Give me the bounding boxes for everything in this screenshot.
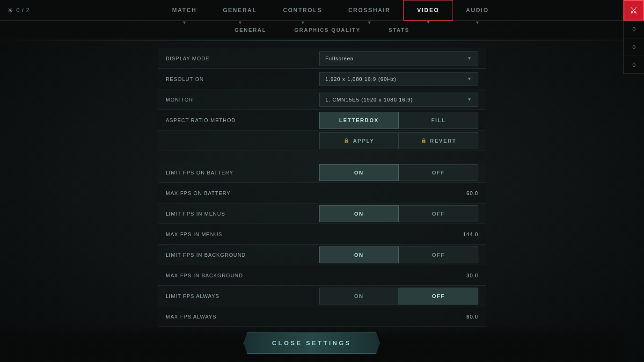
setting-row-max-fps-always: Max FPS Always 60.0: [158, 306, 486, 327]
apply-button[interactable]: 🔒 APPLY: [319, 132, 399, 149]
resolution-value: 1,920 x 1,080 16:9 (60Hz): [325, 76, 467, 82]
sub-tab-stats[interactable]: STATS: [388, 27, 409, 35]
dropdown-arrow-icon-2: ▼: [467, 76, 472, 81]
limit-fps-menus-toggle: On Off: [319, 205, 478, 222]
group-spacer-1: [158, 151, 486, 162]
limit-fps-battery-label: Limit FPS on Battery: [166, 170, 319, 175]
limit-fps-battery-on-btn[interactable]: On: [319, 164, 399, 181]
close-settings-button[interactable]: CLOSE SETTINGS: [243, 333, 380, 354]
dropdown-arrow-icon: ▼: [467, 56, 472, 61]
tab-controls[interactable]: CONTROLS: [270, 0, 335, 21]
resolution-label: Resolution: [166, 76, 319, 82]
tab-match[interactable]: MATCH: [159, 0, 210, 21]
settings-container: ✳ 0 / 2 MATCH GENERAL CONTROLS CROSSHAIR…: [0, 0, 644, 362]
apply-revert-group: 🔒 APPLY 🔒 REVERT: [319, 132, 478, 149]
sub-tab-general[interactable]: GENERAL: [234, 27, 266, 35]
score-item-3: 0: [624, 56, 644, 74]
score-item-2: 0: [624, 38, 644, 56]
display-mode-label: Display Mode: [166, 56, 319, 61]
display-mode-value: Fullscreen: [325, 56, 467, 61]
max-fps-background-value: 30.0: [467, 273, 478, 278]
limit-fps-menus-label: Limit FPS in Menus: [166, 211, 319, 217]
setting-row-aspect-ratio: Aspect Ratio Method Letterbox Fill: [158, 110, 486, 130]
limit-fps-battery-off-btn[interactable]: Off: [399, 164, 478, 181]
apply-revert-row: 🔒 APPLY 🔒 REVERT: [158, 130, 486, 151]
lock-icon-apply: 🔒: [344, 138, 350, 143]
setting-row-display-mode: Display Mode Fullscreen ▼: [158, 48, 486, 69]
aspect-ratio-fill-btn[interactable]: Fill: [399, 112, 478, 129]
sub-tabs: GENERAL GRAPHICS QUALITY STATS: [0, 21, 644, 38]
max-fps-menus-value: 144.0: [463, 232, 478, 237]
max-fps-always-value: 60.0: [467, 314, 478, 319]
sidebar-scores: 0 0 0: [623, 21, 644, 74]
setting-row-limit-fps-battery: Limit FPS on Battery On Off: [158, 162, 486, 183]
avatar-button[interactable]: ⚔: [623, 0, 644, 21]
score-item-1: 0: [624, 21, 644, 38]
resolution-dropdown[interactable]: 1,920 x 1,080 16:9 (60Hz) ▼: [319, 72, 478, 86]
tab-general[interactable]: GENERAL: [210, 0, 270, 21]
setting-row-max-fps-background: Max FPS in Background 30.0: [158, 265, 486, 286]
setting-row-limit-fps-background: Limit FPS in Background On Off: [158, 245, 486, 265]
close-settings-wrap: CLOSE SETTINGS: [0, 325, 623, 362]
monitor-label: Monitor: [166, 97, 319, 102]
limit-fps-background-on-btn[interactable]: On: [319, 246, 399, 263]
avatar-icon: ⚔: [629, 5, 638, 16]
setting-row-limit-fps-menus: Limit FPS in Menus On Off: [158, 203, 486, 224]
lock-icon-revert: 🔒: [421, 138, 427, 143]
nav-tabs: MATCH GENERAL CONTROLS CROSSHAIR VIDEO A…: [37, 0, 623, 21]
setting-row-max-fps-menus: Max FPS in Menus 144.0: [158, 224, 486, 245]
agent-score: ✳ 0 / 2: [0, 7, 37, 14]
limit-fps-always-off-btn[interactable]: Off: [399, 288, 478, 304]
limit-fps-menus-off-btn[interactable]: Off: [399, 205, 478, 222]
limit-fps-menus-on-btn[interactable]: On: [319, 205, 399, 222]
max-fps-background-label: Max FPS in Background: [166, 273, 467, 278]
tab-audio[interactable]: AUDIO: [453, 0, 502, 21]
limit-fps-background-off-btn[interactable]: Off: [399, 246, 478, 263]
tab-crosshair[interactable]: CROSSHAIR: [335, 0, 403, 21]
limit-fps-always-label: Limit FPS Always: [166, 293, 319, 299]
monitor-value: 1. CMN15E5 (1920 x 1080 16:9): [325, 97, 467, 102]
aspect-ratio-label: Aspect Ratio Method: [166, 117, 319, 123]
setting-row-monitor: Monitor 1. CMN15E5 (1920 x 1080 16:9) ▼: [158, 89, 486, 110]
limit-fps-battery-toggle: On Off: [319, 164, 478, 181]
setting-row-limit-fps-always: Limit FPS Always On Off: [158, 286, 486, 306]
max-fps-battery-value: 60.0: [467, 190, 478, 196]
max-fps-battery-label: Max FPS on Battery: [166, 190, 467, 196]
limit-fps-background-label: Limit FPS in Background: [166, 252, 319, 258]
limit-fps-background-toggle: On Off: [319, 246, 478, 263]
settings-section: Display Mode Fullscreen ▼ Resolution 1,9…: [158, 48, 486, 327]
max-fps-menus-label: Max FPS in Menus: [166, 232, 463, 237]
aspect-ratio-toggle: Letterbox Fill: [319, 112, 478, 129]
display-mode-dropdown[interactable]: Fullscreen ▼: [319, 51, 478, 65]
tab-video[interactable]: VIDEO: [403, 0, 453, 21]
limit-fps-always-on-btn[interactable]: On: [319, 288, 399, 304]
monitor-dropdown[interactable]: 1. CMN15E5 (1920 x 1080 16:9) ▼: [319, 93, 478, 107]
star-icon: ✳: [7, 7, 14, 14]
setting-row-max-fps-battery: Max FPS on Battery 60.0: [158, 183, 486, 203]
divider: [0, 40, 644, 41]
max-fps-always-label: Max FPS Always: [166, 314, 467, 319]
top-nav: ✳ 0 / 2 MATCH GENERAL CONTROLS CROSSHAIR…: [0, 0, 644, 21]
limit-fps-always-toggle: On Off: [319, 288, 478, 304]
score-value: 0 / 2: [16, 7, 29, 14]
aspect-ratio-letterbox-btn[interactable]: Letterbox: [319, 112, 399, 129]
content-area[interactable]: Display Mode Fullscreen ▼ Resolution 1,9…: [0, 43, 644, 362]
setting-row-resolution: Resolution 1,920 x 1,080 16:9 (60Hz) ▼: [158, 69, 486, 89]
revert-button[interactable]: 🔒 REVERT: [399, 132, 478, 149]
sub-tab-graphics-quality[interactable]: GRAPHICS QUALITY: [294, 27, 360, 35]
dropdown-arrow-icon-3: ▼: [467, 97, 472, 102]
